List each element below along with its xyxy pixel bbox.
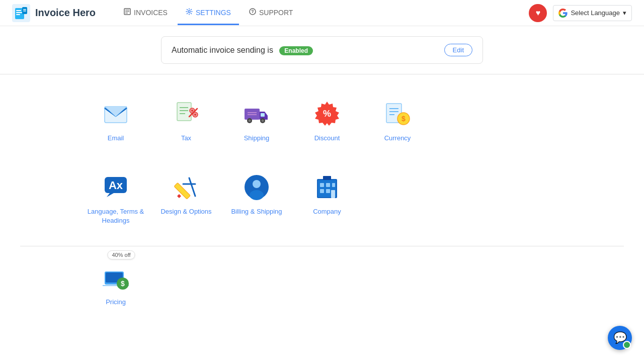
main-content: Automatic invoice sending is Enabled Edi… xyxy=(0,26,644,337)
settings-icon xyxy=(186,8,193,17)
settings-email[interactable]: Email xyxy=(80,89,151,153)
pricing-label: Pricing xyxy=(106,298,126,307)
settings-billing[interactable]: Billing & Shipping xyxy=(221,163,292,235)
tax-icon xyxy=(172,100,200,128)
svg-point-29 xyxy=(249,120,251,122)
invoices-icon xyxy=(124,8,131,17)
pricing-section: 40% off $ Pricing xyxy=(0,246,644,327)
settings-grid: Email Tax xyxy=(0,79,644,163)
svg-marker-44 xyxy=(107,193,114,197)
svg-rect-3 xyxy=(16,12,22,13)
settings-discount[interactable]: % Discount xyxy=(292,89,362,153)
svg-rect-2 xyxy=(16,10,21,11)
settings-shipping[interactable]: Shipping xyxy=(221,89,292,153)
discount-label: Discount xyxy=(314,134,340,143)
enabled-badge: Enabled xyxy=(279,46,313,55)
nav-settings[interactable]: SETTINGS xyxy=(178,1,239,25)
svg-rect-27 xyxy=(261,113,265,117)
settings-currency[interactable]: $ Currency xyxy=(362,89,433,153)
svg-rect-6 xyxy=(23,9,26,10)
settings-pricing[interactable]: 40% off $ Pricing xyxy=(80,251,151,317)
svg-point-12 xyxy=(188,11,190,13)
currency-icon: $ xyxy=(383,100,412,128)
svg-text:$: $ xyxy=(401,115,406,123)
svg-rect-4 xyxy=(16,14,20,15)
banner-text: Automatic invoice sending is Enabled xyxy=(172,46,313,55)
discount-badge: 40% off xyxy=(107,250,135,259)
settings-company[interactable]: Company xyxy=(292,163,362,235)
nav-support[interactable]: SUPPORT xyxy=(241,1,301,25)
email-label: Email xyxy=(108,134,124,143)
chat-icon: 💬 xyxy=(613,331,627,337)
language-label: Select Language xyxy=(571,9,620,17)
pricing-icon: $ xyxy=(102,263,130,292)
svg-text:Ax: Ax xyxy=(109,179,123,192)
svg-point-25 xyxy=(194,114,196,116)
design-label: Design & Options xyxy=(160,207,211,216)
language-icon: Ax xyxy=(102,173,130,201)
svg-rect-57 xyxy=(320,189,324,193)
company-icon xyxy=(313,173,341,201)
svg-rect-59 xyxy=(331,190,335,198)
favorite-button[interactable]: ♥ xyxy=(529,4,547,22)
design-icon xyxy=(172,173,200,201)
app-title: Invoice Hero xyxy=(35,7,96,19)
shipping-icon xyxy=(243,100,271,128)
svg-rect-55 xyxy=(326,183,330,187)
svg-point-31 xyxy=(262,120,264,122)
svg-rect-16 xyxy=(177,103,191,121)
svg-rect-46 xyxy=(174,183,191,200)
billing-label: Billing & Shipping xyxy=(231,207,282,216)
support-icon xyxy=(249,8,256,17)
svg-point-50 xyxy=(253,180,261,188)
svg-line-47 xyxy=(189,178,195,196)
svg-rect-58 xyxy=(326,189,330,193)
svg-rect-54 xyxy=(320,183,324,187)
billing-icon xyxy=(243,173,271,201)
heart-icon: ♥ xyxy=(536,9,541,18)
shipping-label: Shipping xyxy=(244,134,270,143)
settings-tax[interactable]: Tax xyxy=(151,89,221,153)
auto-send-banner: Automatic invoice sending is Enabled Edi… xyxy=(161,36,483,64)
svg-point-24 xyxy=(191,110,193,112)
settings-language[interactable]: Ax Language, Terms & Headings xyxy=(80,163,151,235)
svg-rect-56 xyxy=(332,183,335,187)
header: Invoice Hero INVOICES SETTINGS SUPPORT ♥ xyxy=(0,0,644,26)
settings-design[interactable]: Design & Options xyxy=(151,163,221,235)
email-icon xyxy=(102,100,130,128)
currency-label: Currency xyxy=(384,134,411,143)
svg-rect-26 xyxy=(245,109,260,120)
tax-label: Tax xyxy=(181,134,191,143)
language-label: Language, Terms & Headings xyxy=(86,207,146,225)
svg-rect-60 xyxy=(323,176,331,180)
svg-text:%: % xyxy=(323,109,331,119)
discount-icon: % xyxy=(313,100,341,128)
svg-point-51 xyxy=(250,190,264,200)
logo-area: Invoice Hero xyxy=(12,4,96,22)
logo-icon xyxy=(12,4,30,22)
settings-grid-row2: Ax Language, Terms & Headings Design & O… xyxy=(0,163,644,245)
google-icon xyxy=(558,9,568,18)
header-right: ♥ Select Language ▾ xyxy=(529,4,632,22)
dropdown-arrow-icon: ▾ xyxy=(623,9,626,17)
svg-text:$: $ xyxy=(121,280,125,288)
edit-button[interactable]: Edit xyxy=(444,44,472,56)
svg-rect-7 xyxy=(23,11,26,12)
nav-invoices[interactable]: INVOICES xyxy=(116,1,176,25)
company-label: Company xyxy=(313,207,341,216)
divider-1 xyxy=(0,74,644,74)
main-nav: INVOICES SETTINGS SUPPORT xyxy=(116,1,529,25)
language-selector[interactable]: Select Language ▾ xyxy=(553,5,632,21)
